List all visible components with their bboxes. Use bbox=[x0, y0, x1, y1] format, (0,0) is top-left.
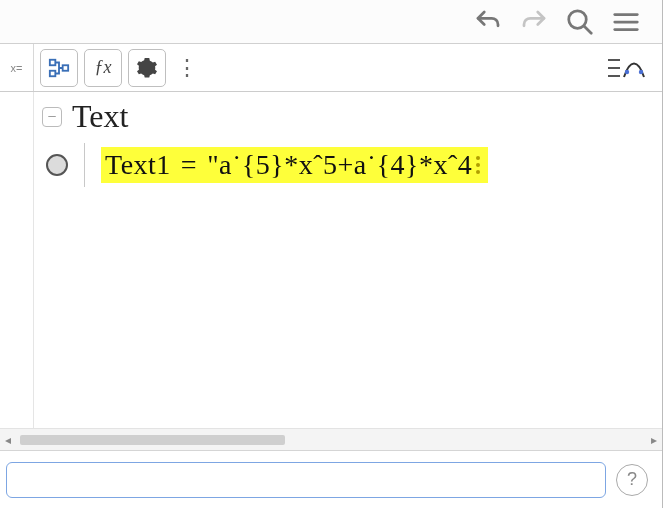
object-name: Text1 bbox=[105, 149, 171, 181]
algebra-gutter bbox=[0, 92, 34, 450]
tree-view-icon bbox=[48, 57, 70, 79]
command-input[interactable] bbox=[6, 462, 606, 498]
redo-button[interactable] bbox=[516, 4, 552, 40]
fx-sort-button[interactable]: ƒx bbox=[84, 49, 122, 87]
algebra-panel-toolbar: x= ƒx ⋮ bbox=[0, 44, 662, 92]
menu-button[interactable] bbox=[608, 4, 644, 40]
horizontal-scrollbar[interactable]: ◂ ▸ bbox=[0, 428, 662, 450]
input-bar: ? bbox=[0, 450, 662, 508]
svg-rect-5 bbox=[50, 59, 56, 65]
object-expression[interactable]: Text1 = "a˙{5}*xˆ5+a˙{4}*xˆ4 bbox=[101, 147, 488, 183]
graphics-view-icon bbox=[606, 55, 646, 81]
tree-view-button[interactable] bbox=[40, 49, 78, 87]
group-title: Text bbox=[72, 98, 128, 135]
scroll-track[interactable] bbox=[16, 434, 646, 446]
algebra-view: − Text Text1 = "a˙{5}*xˆ5+a˙{4}*xˆ4 ◂ ▸ bbox=[0, 92, 662, 450]
search-button[interactable] bbox=[562, 4, 598, 40]
row-separator bbox=[84, 143, 85, 187]
algebra-content: − Text Text1 = "a˙{5}*xˆ5+a˙{4}*xˆ4 bbox=[34, 92, 662, 428]
minus-icon: − bbox=[47, 109, 56, 125]
hamburger-icon bbox=[611, 7, 641, 37]
svg-rect-6 bbox=[50, 70, 56, 76]
svg-point-12 bbox=[639, 69, 643, 73]
help-button[interactable]: ? bbox=[616, 464, 648, 496]
scroll-right-arrow[interactable]: ▸ bbox=[646, 433, 662, 447]
open-graphics-button[interactable] bbox=[604, 51, 648, 85]
gear-icon bbox=[136, 57, 158, 79]
equals-sign: = bbox=[181, 149, 197, 181]
svg-line-1 bbox=[584, 25, 592, 33]
undo-button[interactable] bbox=[470, 4, 506, 40]
left-gutter-label: x= bbox=[0, 44, 34, 91]
group-header-text: − Text bbox=[34, 92, 662, 137]
drag-handle-icon[interactable] bbox=[476, 156, 480, 174]
svg-rect-7 bbox=[63, 65, 68, 71]
app-top-toolbar bbox=[0, 0, 662, 44]
more-options-button[interactable]: ⋮ bbox=[170, 49, 204, 87]
object-value: "a˙{5}*xˆ5+a˙{4}*xˆ4 bbox=[207, 149, 472, 181]
visibility-toggle[interactable] bbox=[46, 154, 68, 176]
undo-icon bbox=[473, 7, 503, 37]
fx-icon: ƒx bbox=[95, 57, 112, 78]
scroll-left-arrow[interactable]: ◂ bbox=[0, 433, 16, 447]
redo-icon bbox=[519, 7, 549, 37]
svg-point-11 bbox=[625, 69, 629, 73]
scroll-thumb[interactable] bbox=[20, 435, 285, 445]
help-icon: ? bbox=[627, 469, 637, 490]
kebab-icon: ⋮ bbox=[176, 55, 198, 81]
search-icon bbox=[565, 7, 595, 37]
collapse-group-button[interactable]: − bbox=[42, 107, 62, 127]
settings-button[interactable] bbox=[128, 49, 166, 87]
algebra-row[interactable]: Text1 = "a˙{5}*xˆ5+a˙{4}*xˆ4 bbox=[34, 137, 662, 191]
